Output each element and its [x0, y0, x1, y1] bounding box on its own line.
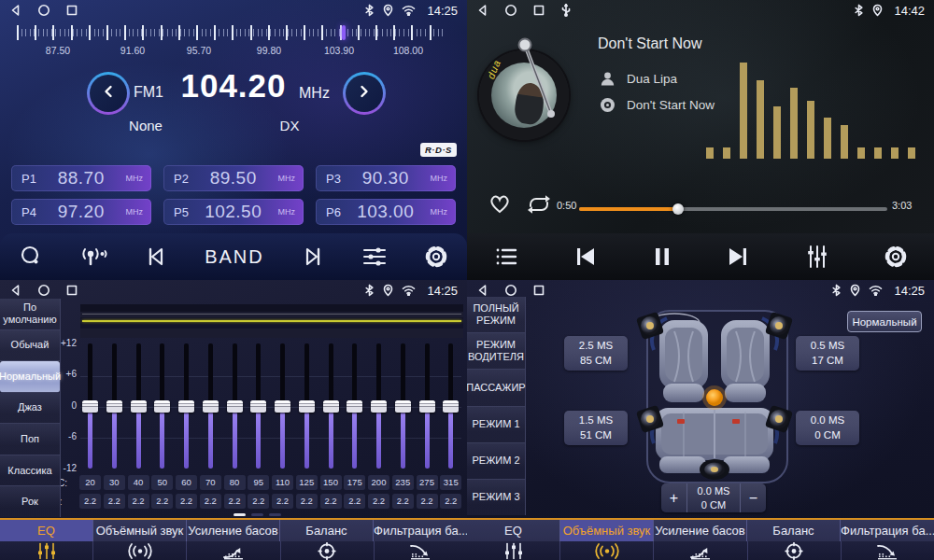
q-chip[interactable]: 2.2 [272, 494, 293, 509]
q-chip[interactable]: 2.2 [224, 494, 246, 509]
home-icon[interactable] [37, 4, 50, 17]
slider-knob[interactable] [131, 400, 147, 413]
frequency-ruler[interactable] [17, 25, 446, 40]
fc-chip[interactable]: 315 [440, 475, 461, 490]
eq-sliders-icon[interactable] [0, 541, 93, 560]
tab-surround[interactable]: Объёмный звук [93, 520, 187, 541]
bass-boost-icon[interactable] [187, 541, 280, 560]
q-chip[interactable]: 2.2 [417, 494, 438, 509]
recents-icon[interactable] [65, 284, 78, 297]
surround-icon[interactable] [93, 541, 187, 560]
decrease-delay-button[interactable]: − [741, 483, 766, 512]
usb-icon[interactable] [560, 4, 572, 17]
page-dash[interactable] [251, 513, 263, 516]
eq-preset-item[interactable]: Классика [0, 455, 60, 487]
page-dash[interactable] [269, 513, 281, 516]
home-icon[interactable] [504, 4, 517, 17]
eq-preset-item[interactable]: По умолчанию [0, 299, 60, 330]
preset-button-p5[interactable]: P5102.50MHz [163, 199, 304, 225]
listening-mode-item[interactable]: РЕЖИМ 3 [467, 480, 525, 515]
q-chip[interactable]: 2.2 [368, 494, 389, 509]
band-button[interactable]: BAND [205, 246, 264, 268]
settings-gear-icon[interactable] [883, 244, 909, 270]
tab-surround[interactable]: Объёмный звук [560, 520, 654, 541]
tab-eq-sliders[interactable]: EQ [467, 520, 560, 541]
filter-icon[interactable] [842, 541, 934, 560]
eq-preset-item[interactable]: Рок [0, 486, 60, 517]
slider-knob[interactable] [250, 400, 266, 413]
slider-knob[interactable] [371, 400, 387, 413]
settings-gear-icon[interactable] [423, 244, 449, 270]
listening-mode-item[interactable]: РЕЖИМ 2 [467, 443, 525, 480]
seek-bar[interactable] [579, 207, 887, 211]
balance-icon[interactable] [281, 541, 375, 560]
slider-knob[interactable] [299, 400, 315, 413]
listening-mode-item[interactable]: РЕЖИМ 1 [467, 407, 525, 443]
seek-knob[interactable] [672, 203, 684, 215]
eq-preset-item[interactable]: Обычай [0, 330, 60, 362]
back-icon[interactable] [476, 4, 489, 17]
tab-bass-boost[interactable]: Усиление басов [654, 520, 747, 541]
preset-button-p3[interactable]: P390.30MHz [316, 165, 456, 191]
playlist-icon[interactable] [492, 245, 520, 269]
q-chip[interactable]: 2.2 [128, 494, 149, 509]
next-filled-icon[interactable] [724, 245, 752, 269]
tab-filter[interactable]: Фильтрация ба... [374, 520, 467, 541]
increase-delay-button[interactable]: + [661, 483, 686, 512]
preset-button-p6[interactable]: P6103.00MHz [316, 199, 456, 225]
fc-chip[interactable]: 20 [79, 475, 101, 490]
fc-chip[interactable]: 40 [128, 475, 149, 490]
preset-button-p1[interactable]: P188.70MHz [11, 165, 151, 191]
fc-chip[interactable]: 175 [344, 475, 365, 490]
dx-mode-label[interactable]: DX [263, 118, 316, 133]
tune-sliders-icon[interactable] [361, 245, 389, 269]
fc-chip[interactable]: 30 [104, 475, 125, 490]
fc-chip[interactable]: 275 [417, 475, 438, 490]
slider-knob[interactable] [419, 400, 435, 413]
listening-mode-item[interactable]: РЕЖИМ ВОДИТЕЛЯ [467, 333, 525, 370]
slider-knob[interactable] [323, 400, 339, 413]
search-icon[interactable] [18, 244, 44, 270]
eq-preset-item[interactable]: Поп [0, 424, 60, 455]
rear-right-delay[interactable]: 0.0 MS0 CM [796, 411, 859, 445]
page-dash[interactable] [234, 513, 246, 516]
fc-chip[interactable]: 110 [272, 475, 293, 490]
q-chip[interactable]: 2.2 [200, 494, 221, 509]
eq-preset-item[interactable]: Джаз [0, 393, 60, 425]
fc-chip[interactable]: 150 [320, 475, 342, 490]
slider-knob[interactable] [106, 400, 122, 413]
back-icon[interactable] [9, 4, 22, 17]
q-chip[interactable]: 2.2 [344, 494, 365, 509]
fc-chip[interactable]: 235 [392, 475, 414, 490]
slider-knob[interactable] [443, 400, 459, 413]
seek-up-button[interactable] [343, 72, 386, 115]
slider-knob[interactable] [203, 400, 219, 413]
broadcast-icon[interactable] [78, 244, 108, 270]
q-chip[interactable]: 2.2 [440, 494, 461, 509]
slider-knob[interactable] [347, 400, 362, 413]
fc-chip[interactable]: 95 [248, 475, 269, 490]
surround-icon[interactable] [560, 541, 654, 560]
slider-knob[interactable] [395, 400, 411, 413]
q-chip[interactable]: 2.2 [104, 494, 125, 509]
preset-button-p2[interactable]: P289.50MHz [163, 165, 304, 191]
recents-icon[interactable] [532, 4, 545, 17]
q-chip[interactable]: 2.2 [248, 494, 269, 509]
q-chip[interactable]: 2.2 [296, 494, 318, 509]
balance-icon[interactable] [748, 541, 842, 560]
back-icon[interactable] [9, 284, 22, 297]
sound-preset-button[interactable]: Нормальный [847, 311, 922, 332]
preset-button-p4[interactable]: P497.20MHz [11, 199, 151, 225]
fc-chip[interactable]: 125 [296, 475, 318, 490]
listening-mode-item[interactable]: ПОЛНЫЙ РЕЖИМ [467, 297, 525, 333]
prev-filled-icon[interactable] [572, 245, 600, 269]
favorite-heart-icon[interactable] [488, 192, 512, 218]
filter-icon[interactable] [375, 541, 467, 560]
slider-knob[interactable] [227, 400, 243, 413]
front-right-delay[interactable]: 0.5 MS17 CM [796, 336, 859, 371]
prev-outline-icon[interactable] [144, 245, 170, 269]
bass-boost-icon[interactable] [654, 541, 747, 560]
repeat-icon[interactable] [525, 193, 553, 219]
tab-filter[interactable]: Фильтрация ба... [841, 520, 934, 541]
listening-mode-item[interactable]: ПАССАЖИР [467, 370, 525, 406]
